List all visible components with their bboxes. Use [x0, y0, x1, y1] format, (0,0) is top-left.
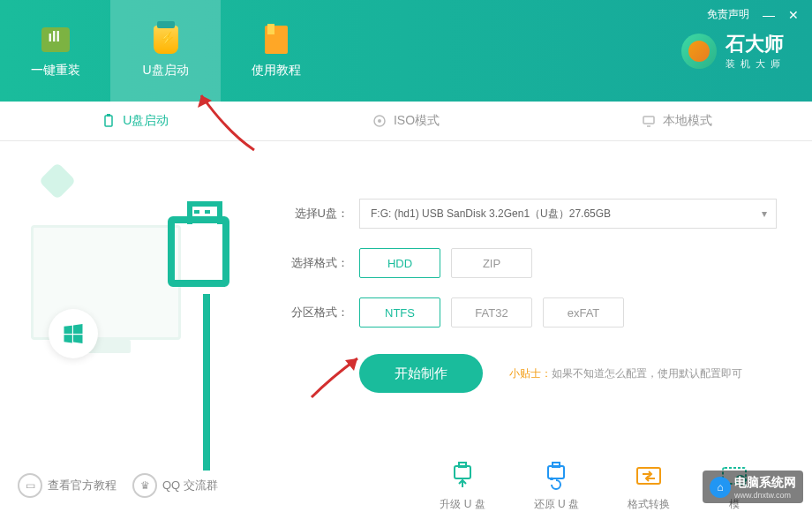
- disk-value: F:G: (hd1) USB SanDisk 3.2Gen1（U盘）27.65G…: [371, 207, 611, 222]
- qq-icon: ♛: [132, 473, 157, 498]
- svg-rect-6: [455, 466, 470, 478]
- watermark-url: www.dnxtw.com: [734, 491, 796, 500]
- format-label: 选择格式：: [278, 255, 349, 271]
- sub-tab-label: U盘启动: [123, 113, 169, 129]
- svg-rect-4: [643, 117, 654, 124]
- disclaimer-link[interactable]: 免责声明: [707, 7, 749, 22]
- book-icon: ▭: [18, 473, 42, 498]
- usb-icon: [102, 114, 116, 128]
- convert-icon: [633, 460, 665, 492]
- disk-select[interactable]: F:G: (hd1) USB SanDisk 3.2Gen1（U盘）27.65G…: [359, 199, 777, 229]
- usb-illustration: [168, 216, 229, 287]
- brand-logo: 石大师 装机大师: [681, 31, 786, 71]
- svg-rect-0: [105, 116, 112, 126]
- main-content: 选择U盘： F:G: (hd1) USB SanDisk 3.2Gen1（U盘）…: [0, 141, 812, 459]
- svg-rect-8: [548, 466, 564, 478]
- sub-tab-local[interactable]: 本地模式: [541, 102, 812, 140]
- partition-ntfs-button[interactable]: NTFS: [359, 297, 440, 328]
- sub-tab-label: ISO模式: [394, 113, 440, 129]
- tab-reinstall[interactable]: 一键重装: [0, 0, 110, 102]
- bottom-bar: ▭ 查看官方教程 ♛ QQ 交流群 升级 U 盘 还原 U 盘 格式转换: [0, 459, 812, 512]
- restore-usb-button[interactable]: 还原 U 盘: [534, 460, 579, 512]
- partition-label: 分区格式：: [278, 305, 349, 320]
- svg-rect-1: [107, 114, 110, 117]
- svg-rect-7: [459, 463, 466, 467]
- app-header: 一键重装 U盘启动 使用教程 免责声明 — ✕ 石大师 装机大师: [0, 0, 812, 102]
- minimize-button[interactable]: —: [763, 8, 775, 22]
- header-controls: 免责声明 — ✕: [707, 7, 799, 22]
- start-create-button[interactable]: 开始制作: [359, 354, 483, 393]
- illustration-panel: [0, 141, 269, 459]
- tab-usb-boot[interactable]: U盘启动: [110, 0, 221, 102]
- disk-label: 选择U盘：: [278, 206, 349, 222]
- reinstall-icon: [40, 24, 71, 56]
- tip-text: 小贴士：如果不知道怎么配置，使用默认配置即可: [509, 366, 742, 381]
- sub-tab-usb[interactable]: U盘启动: [0, 102, 271, 140]
- format-hdd-button[interactable]: HDD: [359, 248, 440, 278]
- config-form: 选择U盘： F:G: (hd1) USB SanDisk 3.2Gen1（U盘）…: [269, 141, 812, 459]
- svg-point-3: [378, 119, 381, 123]
- brand-subtitle: 装机大师: [726, 57, 786, 71]
- tab-label: 使用教程: [252, 63, 301, 79]
- disc-icon: [372, 114, 387, 128]
- decoration-shape: [39, 162, 76, 200]
- tab-label: U盘启动: [142, 63, 188, 79]
- upgrade-usb-button[interactable]: 升级 U 盘: [440, 460, 485, 512]
- tutorial-icon: [260, 24, 292, 56]
- watermark: ⌂ 电脑系统网 www.dnxtw.com: [703, 471, 803, 503]
- official-tutorial-link[interactable]: ▭ 查看官方教程: [18, 473, 117, 498]
- svg-rect-9: [553, 463, 560, 467]
- format-zip-button[interactable]: ZIP: [451, 248, 532, 278]
- restore-icon: [540, 460, 572, 492]
- brand-icon: [681, 34, 717, 69]
- partition-exfat-button[interactable]: exFAT: [543, 297, 624, 328]
- monitor-icon: [642, 114, 656, 128]
- usb-boot-icon: [150, 24, 182, 56]
- format-convert-button[interactable]: 格式转换: [628, 460, 670, 512]
- partition-fat32-button[interactable]: FAT32: [451, 297, 532, 328]
- brand-title: 石大师: [726, 31, 786, 57]
- tab-label: 一键重装: [31, 63, 80, 79]
- windows-badge: [49, 309, 98, 358]
- upgrade-icon: [447, 460, 478, 492]
- sub-tab-iso[interactable]: ISO模式: [271, 102, 542, 140]
- qq-group-link[interactable]: ♛ QQ 交流群: [132, 473, 218, 498]
- home-icon: ⌂: [710, 477, 731, 498]
- sub-tabs: U盘启动 ISO模式 本地模式: [0, 102, 812, 141]
- sub-tab-label: 本地模式: [663, 113, 712, 129]
- tab-tutorial[interactable]: 使用教程: [221, 0, 331, 102]
- watermark-title: 电脑系统网: [734, 475, 796, 489]
- main-tabs: 一键重装 U盘启动 使用教程: [0, 0, 331, 102]
- tip-label: 小贴士：: [509, 367, 552, 380]
- close-button[interactable]: ✕: [788, 8, 799, 22]
